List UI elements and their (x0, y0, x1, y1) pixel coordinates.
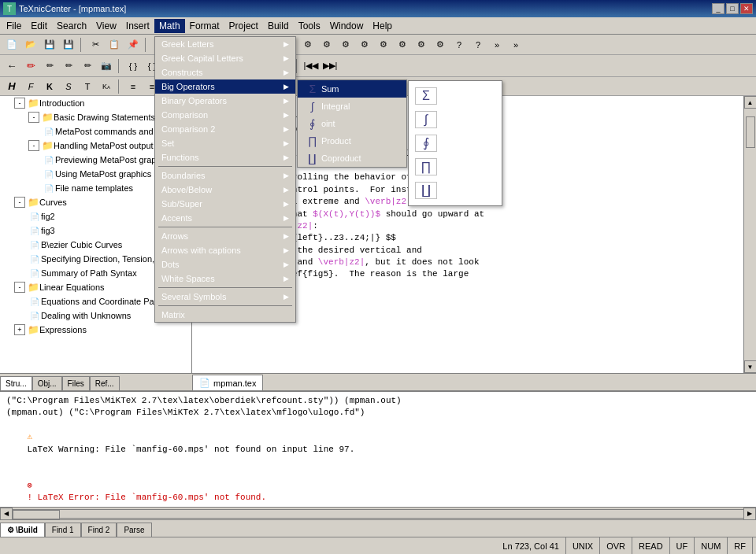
sum-item-oint[interactable]: ∮ oint (409, 131, 502, 155)
close-button[interactable]: ✕ (740, 3, 753, 14)
menu-coproduct[interactable]: ∐Coproduct (298, 150, 406, 167)
menu-edit[interactable]: Edit (26, 19, 52, 33)
output-hscroll[interactable]: ◀ ▶ (0, 507, 756, 519)
scroll-up-button[interactable]: ▲ (744, 96, 757, 109)
build-btn9[interactable]: ? (450, 36, 468, 54)
sidebar-tab-structure[interactable]: Stru... (0, 376, 32, 390)
build-btn7[interactable]: ⚙ (413, 36, 430, 54)
tb2-btn1[interactable]: ← (3, 57, 20, 75)
menu-file[interactable]: File (2, 19, 26, 33)
tb2-btn7[interactable]: { } (124, 57, 142, 75)
menu-above-below[interactable]: Above/Below▶ (155, 183, 295, 197)
scroll-thumb[interactable] (746, 116, 755, 148)
sc-button[interactable]: Ka (98, 78, 115, 95)
bold-button[interactable]: H (3, 78, 20, 95)
menu-project[interactable]: Project (224, 19, 263, 33)
menu-integral[interactable]: ∫Integral (298, 98, 406, 115)
expand-linear[interactable]: - (14, 282, 25, 293)
menu-sub-super[interactable]: Sub/Super▶ (155, 197, 295, 211)
sum-item-coproduct[interactable]: ∐ Coproduct (409, 179, 502, 202)
tree-expressions[interactable]: + 📁 Expressions (0, 323, 191, 337)
menu-accents[interactable]: Accents▶ (155, 211, 295, 225)
expand-basic-drawing[interactable]: - (28, 112, 39, 123)
expand-expressions[interactable]: + (14, 324, 25, 335)
build-btn3[interactable]: ⚙ (337, 36, 354, 54)
menu-dots[interactable]: Dots▶ (155, 257, 295, 271)
bottom-tab-build[interactable]: ⚙ \Build (0, 523, 45, 537)
menu-insert[interactable]: Insert (121, 19, 154, 33)
sum-item-sum[interactable]: Σ Sum (409, 84, 502, 108)
sidebar-tab-files[interactable]: Files (62, 376, 90, 390)
menu-oint[interactable]: ∮oint (298, 115, 406, 132)
menu-math[interactable]: Math Greek Letters▶ Greek Capital Letter… (154, 19, 185, 33)
align-left[interactable]: ≡ (124, 78, 142, 95)
menu-product[interactable]: ∏Product (298, 132, 406, 150)
expand-handling[interactable]: - (28, 140, 39, 151)
new-button[interactable]: 📄 (3, 36, 20, 54)
scroll-track[interactable] (745, 109, 756, 360)
menu-several-symbols[interactable]: Several Symbols▶ (155, 290, 295, 304)
hscroll-right[interactable]: ▶ (743, 508, 756, 520)
menu-arrows[interactable]: Arrows▶ (155, 229, 295, 243)
open-button[interactable]: 📂 (22, 36, 39, 54)
build-btn10[interactable]: ? (469, 36, 487, 54)
expand-introduction[interactable]: - (14, 98, 25, 109)
tb2-btn5[interactable]: ✏ (79, 57, 96, 75)
menu-white-spaces[interactable]: White Spaces▶ (155, 271, 295, 286)
tb2-btn3[interactable]: ✏ (41, 57, 58, 75)
menu-constructs[interactable]: Constructs▶ (155, 65, 295, 79)
build-btn11[interactable]: » (488, 36, 506, 54)
menu-greek-capital[interactable]: Greek Capital Letters▶ (155, 51, 295, 65)
menu-build[interactable]: Build (263, 19, 294, 33)
italic-button[interactable]: F (22, 78, 39, 95)
menu-set[interactable]: Set▶ (155, 136, 295, 150)
expand-curves[interactable]: - (14, 197, 25, 208)
menu-search[interactable]: Search (52, 19, 91, 33)
sidebar-tab-objects[interactable]: Obj... (32, 376, 62, 390)
bottom-tab-find1[interactable]: Find 1 (45, 523, 81, 537)
maximize-button[interactable]: □ (726, 3, 739, 14)
menu-tools[interactable]: Tools (294, 19, 325, 33)
menu-big-operators[interactable]: Big Operators▶ Σ Sum Σ Sum (155, 79, 295, 94)
hscroll-left[interactable]: ◀ (0, 508, 13, 520)
tb2-btn6[interactable]: 📷 (98, 57, 115, 75)
menu-format[interactable]: Format (185, 19, 224, 33)
tb2-btn4[interactable]: ✏ (60, 57, 77, 75)
build-btn12[interactable]: » (507, 36, 524, 54)
slant-button[interactable]: S (60, 78, 77, 95)
bottom-tab-parse[interactable]: Parse (117, 523, 151, 537)
menu-help[interactable]: Help (368, 19, 397, 33)
menu-window[interactable]: Window (325, 19, 369, 33)
menu-comparison[interactable]: Comparison▶ (155, 108, 295, 122)
menu-greek-letters[interactable]: Greek Letters▶ (155, 37, 295, 51)
build-btn5[interactable]: ⚙ (375, 36, 392, 54)
menu-matrix[interactable]: Matrix (155, 308, 295, 322)
tb2-btn17[interactable]: ▶▶| (321, 57, 339, 75)
minimize-button[interactable]: _ (712, 3, 724, 14)
build-btn6[interactable]: ⚙ (394, 36, 411, 54)
hscroll-thumb[interactable] (13, 510, 60, 519)
save-button[interactable]: 💾 (41, 36, 58, 54)
scroll-down-button[interactable]: ▼ (744, 360, 757, 373)
menu-arrows-captions[interactable]: Arrows with captions▶ (155, 243, 295, 257)
menu-boundaries[interactable]: Boundaries▶ (155, 168, 295, 183)
sum-item-product[interactable]: ∏ Product (409, 155, 502, 179)
sum-item-integral[interactable]: ∫ Integral (409, 108, 502, 131)
paste-button[interactable]: 📌 (124, 36, 142, 54)
editor-tab-mpman[interactable]: 📄 mpman.tex (192, 375, 263, 390)
bottom-tab-find2[interactable]: Find 2 (81, 523, 117, 537)
tb2-btn16[interactable]: |◀◀ (302, 57, 320, 75)
build-btn4[interactable]: ⚙ (356, 36, 373, 54)
sidebar-tab-refs[interactable]: Ref... (90, 376, 120, 390)
tb2-btn2[interactable]: ✏ (22, 57, 39, 75)
bold-label[interactable]: K (41, 78, 58, 95)
cut-button[interactable]: ✂ (87, 36, 104, 54)
editor-scrollbar[interactable]: ▲ ▼ (743, 96, 756, 373)
menu-comparison2[interactable]: Comparison 2▶ (155, 122, 295, 136)
copy-button[interactable]: 📋 (106, 36, 123, 54)
tt-button[interactable]: T (79, 78, 96, 95)
build-btn2[interactable]: ⚙ (318, 36, 335, 54)
menu-binary-operators[interactable]: Binary Operators▶ (155, 94, 295, 108)
menu-functions[interactable]: Functions▶ (155, 150, 295, 164)
hscroll-track[interactable] (13, 509, 743, 519)
